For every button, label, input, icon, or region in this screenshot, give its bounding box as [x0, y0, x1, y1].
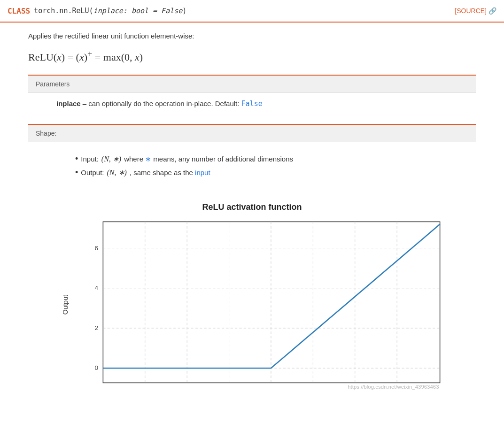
star-note: ∗ — [145, 155, 151, 163]
shape-body-cell: Input: (N, ∗) where ∗ means, any number … — [28, 142, 476, 189]
parameters-header-cell: Parameters — [28, 75, 476, 93]
shape-input-item: Input: (N, ∗) where ∗ means, any number … — [75, 154, 468, 163]
shape-output-math: (N, ∗) — [107, 168, 127, 177]
chart-wrapper: Output — [60, 217, 445, 392]
svg-text:2: 2 — [94, 324, 98, 331]
link-icon: 🔗 — [488, 7, 496, 15]
shape-header-cell: Shape: — [28, 124, 476, 142]
svg-text:4: 4 — [94, 284, 98, 292]
input-link-text: input — [195, 169, 210, 177]
svg-text:https://blog.csdn.net/weixin_4: https://blog.csdn.net/weixin_43963463 — [348, 384, 439, 390]
y-axis-label: Output — [60, 217, 74, 392]
shape-input-math: (N, ∗) — [101, 154, 121, 163]
param-inplace-name: inplace — [56, 100, 81, 108]
class-keyword: CLASS — [8, 7, 30, 15]
param-inplace-desc: – can optionally do the operation in-pla… — [83, 100, 241, 108]
shape-output-item: Output: (N, ∗) , same shape as the input — [75, 168, 468, 177]
parameters-body-cell: inplace – can optionally do the operatio… — [28, 93, 476, 115]
main-content: Applies the rectified linear unit functi… — [0, 23, 504, 402]
chart-svg: 6 4 2 0 https://blog.csdn.net/weixin_439… — [74, 217, 445, 392]
parameters-header-row: Parameters — [28, 75, 476, 93]
source-link[interactable]: [SOURCE] 🔗 — [455, 7, 496, 15]
description-text: Applies the rectified linear unit functi… — [28, 32, 476, 40]
svg-rect-0 — [103, 222, 440, 383]
source-label: [SOURCE] — [455, 7, 487, 15]
shape-input-note: where ∗ means, any number of additional … — [124, 155, 293, 163]
param-inplace-default: False — [241, 100, 263, 108]
shape-input-label: Input: — [81, 155, 99, 163]
signature-prefix: torch.nn.ReLU( — [34, 7, 93, 15]
shape-list: Input: (N, ∗) where ∗ means, any number … — [56, 154, 468, 177]
svg-text:0: 0 — [94, 365, 98, 372]
signature-param: inplace: bool = False — [93, 7, 183, 15]
class-signature: torch.nn.ReLU(inplace: bool = False) — [34, 7, 186, 15]
shape-body-row: Input: (N, ∗) where ∗ means, any number … — [28, 142, 476, 189]
chart-container: ReLU activation function Output — [60, 202, 445, 392]
shape-output-note: , same shape as the input — [130, 169, 210, 177]
chart-inner: 6 4 2 0 https://blog.csdn.net/weixin_439… — [74, 217, 445, 392]
signature-suffix: ) — [182, 7, 186, 15]
parameters-body-row: inplace – can optionally do the operatio… — [28, 93, 476, 115]
chart-title: ReLU activation function — [60, 202, 445, 212]
shape-table: Shape: Input: (N, ∗) where ∗ means, any … — [28, 124, 476, 188]
parameters-table: Parameters inplace – can optionally do t… — [28, 75, 476, 115]
class-header: CLASS torch.nn.ReLU(inplace: bool = Fals… — [0, 0, 504, 23]
svg-text:6: 6 — [94, 245, 98, 252]
shape-output-label: Output: — [81, 169, 104, 177]
shape-header-row: Shape: — [28, 124, 476, 142]
math-formula: ReLU(x) = (x)+ = max(0, x) — [28, 49, 476, 63]
